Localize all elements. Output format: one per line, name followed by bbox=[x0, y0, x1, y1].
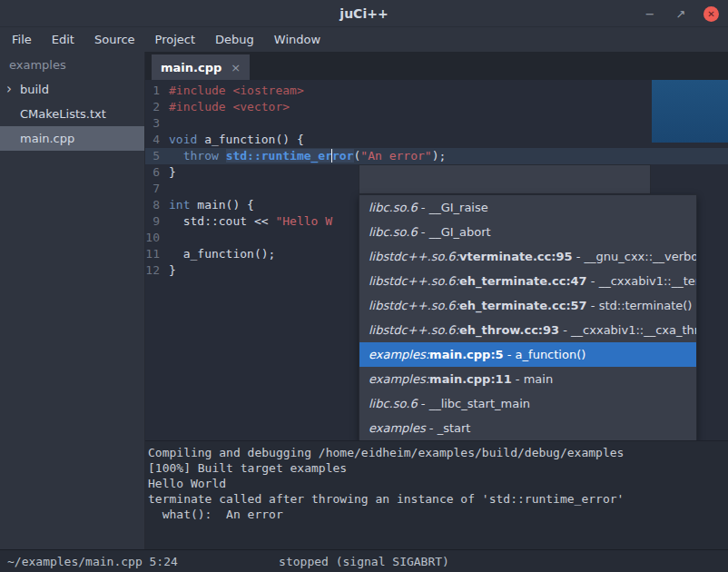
editor-content-column: main.cpp × 1#include <iostream>2#include… bbox=[145, 52, 728, 549]
line-number: 3 bbox=[145, 115, 169, 132]
menu-debug[interactable]: Debug bbox=[205, 27, 264, 52]
code-text: throw std::runtime_error("An error"); bbox=[169, 148, 446, 164]
minimize-button[interactable]: − bbox=[642, 5, 658, 22]
line-number: 7 bbox=[145, 181, 169, 197]
code-text: } bbox=[169, 262, 176, 279]
backtrace-segment: - __GI_abort bbox=[418, 225, 491, 239]
code-editor[interactable]: 1#include <iostream>2#include <vector>34… bbox=[145, 80, 728, 440]
terminal-line: terminate called after throwing an insta… bbox=[148, 491, 728, 507]
code-token: } bbox=[169, 165, 176, 179]
backtrace-segment: libc.so.6 bbox=[369, 201, 418, 214]
backtrace-item[interactable]: libc.so.6 - __GI_abort bbox=[359, 220, 696, 244]
backtrace-item[interactable]: examples:main.cpp:11 - main bbox=[359, 367, 696, 391]
backtrace-item[interactable]: libc.so.6 - __libc_start_main bbox=[359, 391, 696, 416]
menu-file[interactable]: File bbox=[2, 27, 42, 52]
code-text: a_function(); bbox=[169, 246, 275, 262]
backtrace-segment: examples: bbox=[369, 348, 429, 361]
code-token: "Hello W bbox=[275, 214, 332, 228]
file-tree: ›buildCMakeLists.txtmain.cpp bbox=[0, 77, 144, 151]
tree-item-main-cpp[interactable]: main.cpp bbox=[0, 126, 144, 151]
chevron-right-icon[interactable]: › bbox=[6, 77, 12, 102]
menubar: FileEditSourceProjectDebugWindow bbox=[0, 27, 728, 52]
backtrace-segment: - __cxxabiv1::__cxa_thro bbox=[559, 323, 696, 337]
backtrace-segment: - main bbox=[512, 372, 553, 386]
code-token: void bbox=[169, 133, 204, 146]
code-line-3[interactable]: 3 bbox=[145, 115, 728, 132]
code-line-4[interactable]: 4void a_function() { bbox=[145, 132, 728, 148]
line-number: 2 bbox=[145, 99, 169, 115]
backtrace-segment: libstdc++.so.6: bbox=[369, 323, 459, 337]
backtrace-segment: - __cxxabiv1::__term bbox=[587, 274, 696, 288]
file-explorer-sidebar: examples ›buildCMakeLists.txtmain.cpp bbox=[0, 52, 145, 549]
backtrace-item[interactable]: libstdc++.so.6:vterminate.cc:95 - __gnu_… bbox=[359, 244, 696, 269]
window-controls: − ↗ ✕ bbox=[642, 0, 719, 27]
restore-button[interactable]: ↗ bbox=[673, 5, 689, 22]
backtrace-segment: - _start bbox=[426, 421, 471, 435]
backtrace-segment: - std::terminate() bbox=[587, 299, 693, 312]
menu-project[interactable]: Project bbox=[145, 27, 205, 52]
close-button[interactable]: ✕ bbox=[703, 6, 719, 22]
code-token: ror bbox=[332, 149, 353, 163]
backtrace-item[interactable]: libstdc++.so.6:eh_throw.cc:93 - __cxxabi… bbox=[359, 318, 696, 342]
tab-close-icon[interactable]: × bbox=[231, 61, 241, 74]
backtrace-segment: eh_terminate.cc:47 bbox=[459, 274, 587, 288]
menu-edit[interactable]: Edit bbox=[42, 27, 84, 52]
line-number: 1 bbox=[145, 83, 169, 99]
app-window: juCi++ − ↗ ✕ FileEditSourceProjectDebugW… bbox=[0, 0, 728, 572]
code-token: std::runtime_er bbox=[226, 149, 332, 163]
menu-source[interactable]: Source bbox=[84, 27, 145, 52]
backtrace-segment: - __libc_start_main bbox=[418, 397, 530, 410]
code-text: #include <vector> bbox=[169, 99, 290, 115]
code-line-5[interactable]: 5 throw std::runtime_error("An error"); bbox=[145, 148, 728, 164]
terminal-line: what(): An error bbox=[148, 507, 728, 522]
terminal-line: Hello World bbox=[148, 476, 728, 491]
code-text: } bbox=[169, 164, 176, 181]
terminal-panel[interactable]: Compiling and debugging /home/eidheim/ex… bbox=[145, 440, 728, 549]
line-number: 4 bbox=[145, 132, 169, 148]
line-number: 9 bbox=[145, 213, 169, 230]
code-token: throw bbox=[183, 149, 226, 163]
backtrace-list: libc.so.6 - __GI_raiselibc.so.6 - __GI_a… bbox=[359, 195, 696, 440]
backtrace-segment: examples bbox=[369, 421, 426, 435]
code-text: #include <iostream> bbox=[169, 83, 304, 99]
menu-window[interactable]: Window bbox=[264, 27, 330, 52]
tab-label: main.cpp bbox=[161, 61, 221, 74]
backtrace-segment: main.cpp:5 bbox=[429, 348, 504, 361]
statusbar: ~/examples/main.cpp 5:24 stopped (signal… bbox=[0, 549, 728, 572]
tabbar: main.cpp × bbox=[145, 52, 728, 80]
line-number: 10 bbox=[145, 230, 169, 246]
backtrace-segment: - a_function() bbox=[504, 348, 586, 361]
code-text: std::cout << "Hello W bbox=[169, 213, 332, 230]
main-area: examples ›buildCMakeLists.txtmain.cpp ma… bbox=[0, 52, 728, 549]
backtrace-item[interactable]: libstdc++.so.6:eh_terminate.cc:47 - __cx… bbox=[359, 269, 696, 293]
code-token: #include bbox=[169, 100, 232, 113]
backtrace-segment: libstdc++.so.6: bbox=[369, 250, 459, 263]
code-token: #include bbox=[169, 84, 232, 97]
tree-item-label: CMakeLists.txt bbox=[20, 107, 106, 121]
code-line-2[interactable]: 2#include <vector> bbox=[145, 99, 728, 115]
backtrace-item[interactable]: examples - _start bbox=[359, 416, 696, 440]
backtrace-segment: vterminate.cc:95 bbox=[459, 250, 573, 263]
backtrace-item[interactable]: examples:main.cpp:5 - a_function() bbox=[359, 342, 696, 367]
terminal-line: [100%] Built target examples bbox=[148, 460, 728, 476]
code-token: <iostream> bbox=[232, 84, 303, 97]
code-text: void a_function() { bbox=[169, 132, 304, 148]
code-token bbox=[169, 149, 183, 163]
backtrace-item[interactable]: libstdc++.so.6:eh_terminate.cc:57 - std:… bbox=[359, 293, 696, 318]
backtrace-segment: eh_terminate.cc:57 bbox=[459, 299, 587, 312]
line-number: 8 bbox=[145, 197, 169, 213]
tab-main-cpp[interactable]: main.cpp × bbox=[152, 54, 250, 80]
line-number: 5 bbox=[145, 148, 169, 164]
titlebar[interactable]: juCi++ − ↗ ✕ bbox=[0, 0, 728, 27]
line-number: 11 bbox=[145, 246, 169, 262]
tree-item-label: build bbox=[20, 83, 49, 96]
backtrace-item[interactable]: libc.so.6 - __GI_raise bbox=[359, 195, 696, 220]
backtrace-segment: libstdc++.so.6: bbox=[369, 274, 459, 288]
code-line-1[interactable]: 1#include <iostream> bbox=[145, 83, 728, 99]
tree-item-build[interactable]: ›build bbox=[0, 77, 144, 102]
backtrace-segment: - __GI_raise bbox=[418, 201, 488, 214]
code-token: a_function(); bbox=[169, 247, 275, 261]
tree-item-cmakelists-txt[interactable]: CMakeLists.txt bbox=[0, 102, 144, 126]
backtrace-segment: - __gnu_cxx::__verbos bbox=[573, 250, 696, 263]
code-token: "An error" bbox=[360, 149, 431, 163]
